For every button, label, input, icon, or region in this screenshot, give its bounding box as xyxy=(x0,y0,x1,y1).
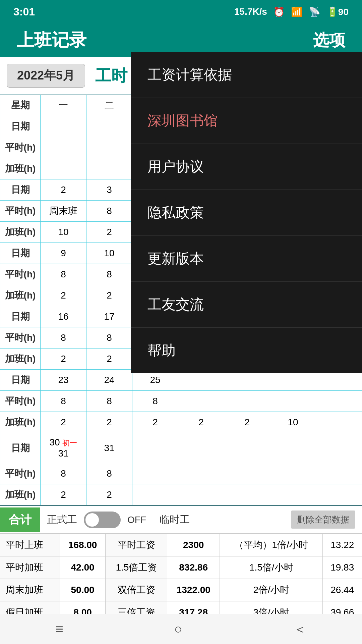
summary-header-row: 合计 正式工 OFF 临时工 删除全部数据 xyxy=(0,506,362,534)
table-cell[interactable]: 23 xyxy=(41,370,86,391)
toggle-button[interactable] xyxy=(84,512,121,528)
wage-row-value: 50.00 xyxy=(60,579,105,601)
table-cell[interactable] xyxy=(132,463,178,484)
menu-item-privacy[interactable]: 隐私政策 xyxy=(131,190,362,236)
month-label[interactable]: 2022年5月 xyxy=(7,64,85,88)
table-cell[interactable]: 8 xyxy=(41,264,86,285)
table-cell[interactable] xyxy=(224,484,270,505)
table-cell[interactable] xyxy=(316,433,362,463)
table-row: 平时(h) 8 8 xyxy=(0,463,362,484)
table-row: 平时(h) 8 8 8 xyxy=(0,391,362,412)
table-cell[interactable] xyxy=(86,137,132,158)
table-cell: 一 xyxy=(41,95,86,116)
nav-home-icon[interactable]: ○ xyxy=(174,622,182,637)
table-cell[interactable] xyxy=(270,484,316,505)
table-cell[interactable] xyxy=(224,433,270,463)
row-label-jiaban: 加班(h) xyxy=(0,285,41,306)
table-cell[interactable] xyxy=(132,433,178,463)
table-cell[interactable]: 2 xyxy=(86,348,132,370)
table-cell[interactable] xyxy=(270,433,316,463)
table-cell[interactable]: 8 xyxy=(41,391,86,412)
row-label-jiaban: 加班(h) xyxy=(0,222,41,243)
table-cell[interactable] xyxy=(316,391,362,412)
table-cell[interactable] xyxy=(86,116,132,137)
table-cell[interactable]: 9 xyxy=(41,243,86,264)
table-cell[interactable] xyxy=(270,463,316,484)
wage-row-value: 168.00 xyxy=(60,534,105,556)
table-cell[interactable] xyxy=(224,463,270,484)
table-cell[interactable] xyxy=(178,463,224,484)
nav-back-icon[interactable]: ＜ xyxy=(293,620,307,638)
table-cell[interactable]: 周末班 xyxy=(41,201,86,222)
table-cell[interactable] xyxy=(178,391,224,412)
menu-item-update[interactable]: 更新版本 xyxy=(131,236,362,282)
table-cell[interactable] xyxy=(41,137,86,158)
table-cell[interactable]: 8 xyxy=(41,463,86,484)
table-cell[interactable] xyxy=(224,391,270,412)
table-cell[interactable]: 3 xyxy=(86,179,132,201)
row-label-pingshi: 平时(h) xyxy=(0,463,41,484)
table-row: 加班(h) 2 2 2 2 2 10 xyxy=(0,412,362,433)
menu-item-help[interactable]: 帮助 xyxy=(131,328,362,373)
table-cell[interactable]: 2 xyxy=(41,179,86,201)
wage-row-label: 平时加班 xyxy=(0,556,60,579)
table-cell[interactable]: 8 xyxy=(86,463,132,484)
menu-item-user-agreement[interactable]: 用户协议 xyxy=(131,144,362,190)
table-cell[interactable]: 10 xyxy=(86,243,132,264)
table-cell[interactable] xyxy=(316,412,362,433)
wage-row-label: 平时上班 xyxy=(0,534,60,556)
table-cell[interactable]: 2 xyxy=(178,412,224,433)
table-cell[interactable]: 2 xyxy=(132,412,178,433)
table-cell[interactable]: 2 xyxy=(86,285,132,306)
table-cell[interactable] xyxy=(178,484,224,505)
row-label-jiaban: 加班(h) xyxy=(0,158,41,179)
zhengshi-label: 正式工 xyxy=(47,513,77,527)
table-cell[interactable] xyxy=(41,158,86,179)
table-cell[interactable]: 8 xyxy=(86,327,132,348)
menu-item-library[interactable]: 深圳图书馆 xyxy=(131,98,362,144)
table-cell[interactable] xyxy=(132,484,178,505)
table-cell[interactable]: 30 初一31 xyxy=(41,433,86,463)
menu-item-community[interactable]: 工友交流 xyxy=(131,282,362,328)
table-cell[interactable] xyxy=(86,158,132,179)
wage-type-label: 平时工资 xyxy=(106,534,167,556)
rate-value: 26.44 xyxy=(323,579,362,601)
wage-type-value[interactable]: 2300 xyxy=(167,534,220,556)
table-cell[interactable] xyxy=(316,484,362,505)
table-cell[interactable] xyxy=(41,116,86,137)
wage-type-label: 双倍工资 xyxy=(106,579,167,601)
row-label-pingshi: 平时(h) xyxy=(0,264,41,285)
table-cell[interactable]: 2 xyxy=(41,348,86,370)
table-cell[interactable]: 8 xyxy=(86,391,132,412)
table-cell[interactable]: 16 xyxy=(41,306,86,327)
table-cell[interactable]: 2 xyxy=(41,412,86,433)
table-cell[interactable]: 10 xyxy=(270,412,316,433)
table-cell[interactable] xyxy=(316,463,362,484)
table-cell[interactable] xyxy=(178,433,224,463)
row-label-date: 日期 xyxy=(0,243,41,264)
table-cell[interactable]: 31 xyxy=(86,433,132,463)
table-cell[interactable]: 8 xyxy=(132,391,178,412)
status-right: 15.7K/s ⏰ 📶 📡 🔋90 xyxy=(234,6,349,17)
table-cell[interactable] xyxy=(270,391,316,412)
options-button[interactable]: 选项 xyxy=(313,30,345,51)
table-cell[interactable]: 10 xyxy=(41,222,86,243)
delete-all-button[interactable]: 删除全部数据 xyxy=(291,511,355,529)
table-cell[interactable]: 8 xyxy=(86,264,132,285)
bottom-nav: ≡ ○ ＜ xyxy=(0,614,362,644)
dropdown-menu: 工资计算依据 深圳图书馆 用户协议 隐私政策 更新版本 工友交流 帮助 xyxy=(131,52,362,373)
table-cell[interactable]: 2 xyxy=(86,222,132,243)
table-cell[interactable]: 2 xyxy=(224,412,270,433)
table-cell[interactable]: 8 xyxy=(41,327,86,348)
table-cell: 二 xyxy=(86,95,132,116)
table-cell[interactable]: 2 xyxy=(86,412,132,433)
table-cell[interactable]: 24 xyxy=(86,370,132,391)
table-cell[interactable]: 8 xyxy=(86,201,132,222)
nav-menu-icon[interactable]: ≡ xyxy=(55,622,63,637)
table-cell[interactable]: 17 xyxy=(86,306,132,327)
table-cell[interactable]: 2 xyxy=(41,484,86,505)
table-cell[interactable]: 2 xyxy=(86,484,132,505)
table-cell[interactable]: 2 xyxy=(41,285,86,306)
table-row: 日期 30 初一31 31 xyxy=(0,433,362,463)
menu-item-wage-basis[interactable]: 工资计算依据 xyxy=(131,52,362,98)
